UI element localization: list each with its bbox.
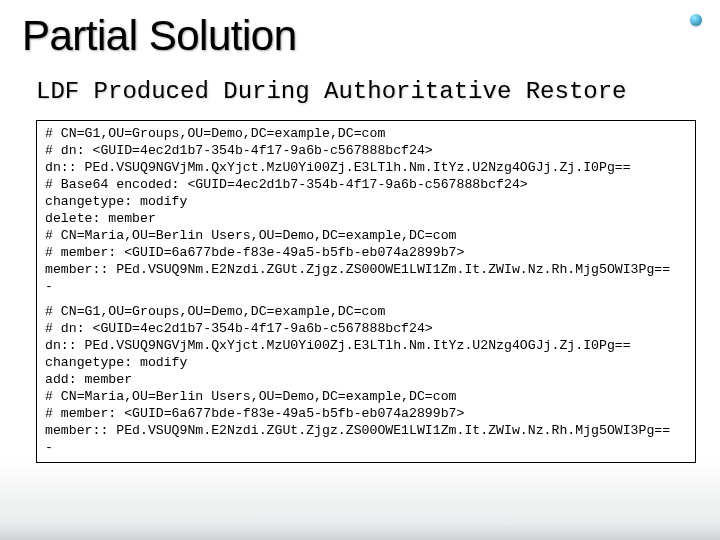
code-line: # CN=Maria,OU=Berlin Users,OU=Demo,DC=ex…: [45, 388, 687, 405]
slide: Partial Solution LDF Produced During Aut…: [0, 0, 720, 540]
code-line: # CN=G1,OU=Groups,OU=Demo,DC=example,DC=…: [45, 303, 687, 320]
corner-ornament-icon: [690, 14, 702, 26]
code-line: -: [45, 278, 687, 295]
code-line: -: [45, 439, 687, 456]
slide-subtitle: LDF Produced During Authoritative Restor…: [36, 78, 627, 105]
code-line: # CN=Maria,OU=Berlin Users,OU=Demo,DC=ex…: [45, 227, 687, 244]
code-line: dn:: PEd.VSUQ9NGVjMm.QxYjct.MzU0Yi00Zj.E…: [45, 337, 687, 354]
ldf-code-box: # CN=G1,OU=Groups,OU=Demo,DC=example,DC=…: [36, 120, 696, 463]
code-line: changetype: modify: [45, 354, 687, 371]
slide-title: Partial Solution: [22, 12, 297, 60]
code-line: # member: <GUID=6a677bde-f83e-49a5-b5fb-…: [45, 405, 687, 422]
code-line: # Base64 encoded: <GUID=4ec2d1b7-354b-4f…: [45, 176, 687, 193]
block-separator: [45, 295, 687, 303]
code-line: add: member: [45, 371, 687, 388]
code-line: member:: PEd.VSUQ9Nm.E2Nzdi.ZGUt.Zjgz.ZS…: [45, 422, 687, 439]
code-line: changetype: modify: [45, 193, 687, 210]
code-line: delete: member: [45, 210, 687, 227]
code-line: # CN=G1,OU=Groups,OU=Demo,DC=example,DC=…: [45, 125, 687, 142]
code-line: # dn: <GUID=4ec2d1b7-354b-4f17-9a6b-c567…: [45, 320, 687, 337]
code-line: # dn: <GUID=4ec2d1b7-354b-4f17-9a6b-c567…: [45, 142, 687, 159]
code-line: member:: PEd.VSUQ9Nm.E2Nzdi.ZGUt.Zjgz.ZS…: [45, 261, 687, 278]
code-line: # member: <GUID=6a677bde-f83e-49a5-b5fb-…: [45, 244, 687, 261]
code-line: dn:: PEd.VSUQ9NGVjMm.QxYjct.MzU0Yi00Zj.E…: [45, 159, 687, 176]
